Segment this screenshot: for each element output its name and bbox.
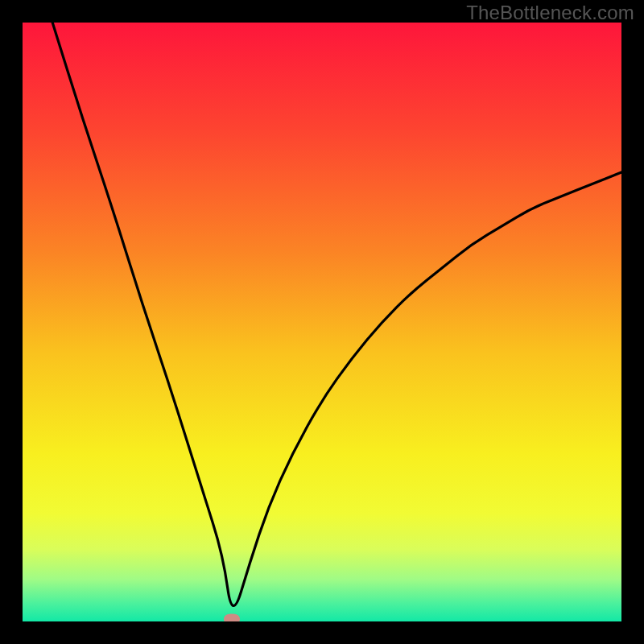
plot-area [23, 23, 621, 621]
watermark-text: TheBottleneck.com [466, 2, 634, 24]
gradient-background [23, 23, 621, 621]
chart-svg [23, 23, 621, 621]
chart-frame: TheBottleneck.com [0, 0, 644, 644]
optimal-marker [224, 614, 240, 622]
